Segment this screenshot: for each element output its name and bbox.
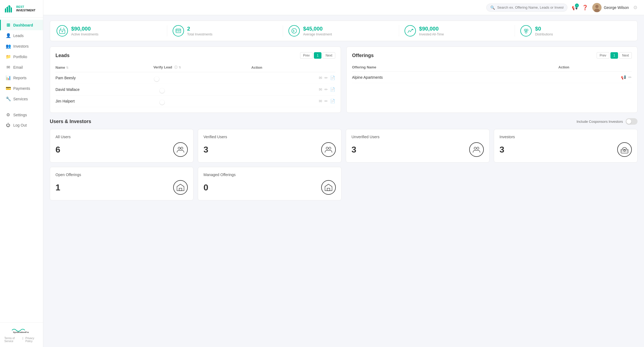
email-action-icon[interactable]: ✉ [319,99,322,104]
svg-rect-3 [11,8,12,12]
svg-point-25 [474,147,476,149]
total-investments-value: 2 [187,26,212,32]
verify-sort-icon[interactable]: ⇅ [179,66,181,69]
svg-text:$: $ [293,29,294,32]
offerings-panel-header: Offerings Prev 1 Next [352,52,632,59]
cosponsors-toggle[interactable] [626,118,638,125]
search-box[interactable]: 🔍 [486,4,567,12]
main-content: 🔍 📢 1 ❓ George Wilson ⚙ [43,0,644,347]
sidebar-item-label: Leads [13,34,24,38]
leads-panel: Leads Prev 1 Next Name ⇅ [50,47,341,113]
portfolio-icon: 📁 [6,54,11,59]
lead-name: David Wallace [55,84,153,95]
lead-actions-david: ✉ ✏ 📄 [251,87,335,92]
sidebar-item-reports[interactable]: 📊 Reports [0,72,43,83]
document-action-icon[interactable]: 📄 [330,99,335,104]
leads-page-1-button[interactable]: 1 [314,52,322,59]
managed-offerings-card[interactable]: Managed Offerings 0 [198,167,341,200]
managed-offerings-icon [321,180,336,195]
open-offerings-card[interactable]: Open Offerings 1 [50,167,193,200]
svg-point-26 [477,147,479,149]
leads-next-button[interactable]: Next [323,52,335,59]
payments-icon: 💳 [6,86,11,91]
user-settings-icon[interactable]: ⚙ [633,5,638,11]
sidebar-footer: SyndicationPro Terms of Service | Privac… [0,322,43,347]
email-action-icon[interactable]: ✉ [319,87,322,92]
megaphone-action-icon[interactable]: 📢 [621,75,626,80]
offerings-prev-button[interactable]: Prev [597,52,609,59]
edit-offering-icon[interactable]: ✏ [628,75,632,80]
average-investment-value: $45,000 [303,26,332,32]
leads-prev-button[interactable]: Prev [300,52,313,59]
sidebar-item-payments[interactable]: 💳 Payments [0,83,43,94]
verified-users-card[interactable]: Verified Users 3 [198,129,341,163]
verified-users-icon [321,142,336,157]
sidebar-item-logout[interactable]: ⏻ Log Out [0,120,43,130]
topbar: 🔍 📢 1 ❓ George Wilson ⚙ [43,0,644,15]
sidebar-item-label: Investors [13,44,29,48]
services-icon: 🔧 [6,96,11,101]
empty-card-1 [346,167,489,200]
document-action-icon[interactable]: 📄 [330,75,335,80]
sidebar-item-investors[interactable]: 👥 Investors [0,41,43,51]
settings-icon: ⚙ [6,112,11,117]
offerings-page-1-button[interactable]: 1 [610,52,618,59]
sidebar-item-label: Email [13,65,23,70]
document-action-icon[interactable]: 📄 [330,87,335,92]
terms-link[interactable]: Terms of Service [4,337,20,343]
help-icon[interactable]: ❓ [582,5,588,11]
open-offerings-body: 1 [55,180,188,195]
offerings-next-button[interactable]: Next [619,52,632,59]
offering-col-name: Offering Name [352,63,558,72]
all-users-count: 6 [55,145,60,155]
sidebar-item-dashboard[interactable]: ⊞ Dashboard [0,20,43,30]
lead-actions-jim: ✉ ✏ 📄 [251,99,335,104]
svg-point-19 [525,31,527,33]
active-investments-value: $90,000 [71,26,98,32]
sidebar-item-label: Portfolio [13,55,27,59]
sidebar: BESTINVESTMENT ⊞ Dashboard 👤 Leads 👥 Inv… [0,0,43,347]
edit-action-icon[interactable]: ✏ [324,75,328,80]
unverified-users-count: 3 [351,145,356,155]
syndication-logo: SyndicationPro [4,327,39,335]
table-row: David Wallace ✉ ✏ [55,84,335,95]
logo-text: BESTINVESTMENT [16,5,35,12]
svg-point-18 [526,29,528,31]
name-sort-icon[interactable]: ⇅ [66,66,68,69]
unverified-users-card[interactable]: Unverified Users 3 [346,129,489,163]
leads-table: Name ⇅ Verify Lead ⓘ ⇅ Action [55,63,335,107]
search-input[interactable] [497,5,563,9]
stat-average-investment: $ $45,000 Average Investment [283,25,399,37]
dashboard-icon: ⊞ [6,22,11,28]
verify-info-icon[interactable]: ⓘ [174,65,178,69]
investors-count: 3 [500,145,504,155]
sidebar-item-label: Services [13,97,28,101]
user-profile[interactable]: George Wilson [592,3,629,12]
unverified-users-body: 3 [351,142,484,157]
leads-col-action: Action [251,63,335,72]
offerings-panel: Offerings Prev 1 Next Offering Name [346,47,638,113]
investors-card[interactable]: Investors 3 [494,129,638,163]
notification-icon[interactable]: 📢 1 [572,5,578,11]
sidebar-item-services[interactable]: 🔧 Services [0,94,43,104]
svg-point-17 [524,29,526,31]
lead-name: Jim Halpert [55,95,153,107]
total-investments-label: Total Investments [187,32,212,36]
email-icon: ✉ [6,65,11,70]
edit-action-icon[interactable]: ✏ [324,87,328,92]
email-action-icon[interactable]: ✉ [319,75,322,80]
sidebar-item-settings[interactable]: ⚙ Settings [0,110,43,120]
all-users-card[interactable]: All Users 6 [50,129,193,163]
svg-point-6 [595,5,599,8]
unverified-users-title: Unverified Users [351,135,484,139]
sidebar-item-leads[interactable]: 👤 Leads [0,30,43,41]
total-investments-icon [173,25,184,37]
sidebar-item-email[interactable]: ✉ Email [0,62,43,72]
sidebar-item-portfolio[interactable]: 📁 Portfolio [0,51,43,62]
svg-rect-0 [5,9,6,12]
user-name: George Wilson [604,5,629,10]
edit-action-icon[interactable]: ✏ [324,99,328,104]
lead-verify-toggle [153,72,251,84]
investors-icon [617,142,632,157]
privacy-link[interactable]: Privacy Policy [25,337,39,343]
